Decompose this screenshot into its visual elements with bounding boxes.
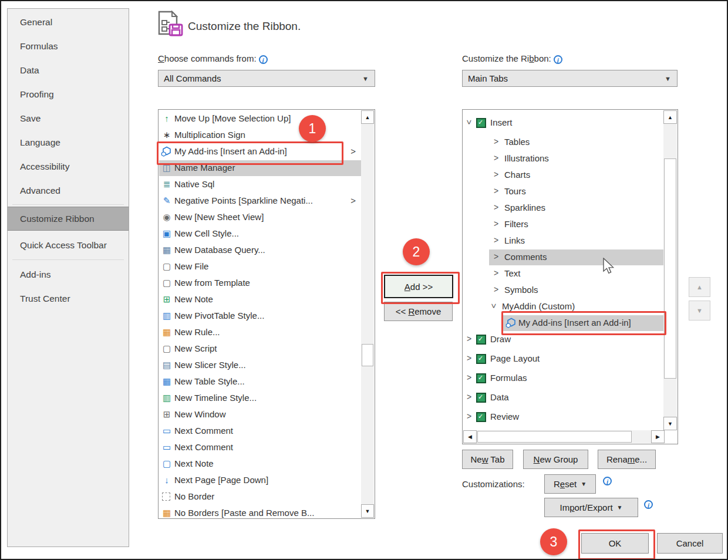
tab-checkbox[interactable] (476, 412, 486, 422)
tree-item[interactable]: >Review (463, 409, 665, 426)
tree-item[interactable]: >Charts (463, 167, 665, 184)
import-export-button[interactable]: Import/Export▼ (544, 498, 638, 517)
tree-item[interactable]: >Page Layout (463, 351, 665, 367)
command-item[interactable]: ▦New Database Query... (159, 242, 362, 259)
sidebar-item-advanced[interactable]: Advanced (8, 178, 129, 203)
command-item[interactable]: ⊞New Note (159, 292, 362, 308)
sidebar-item-trust-center[interactable]: Trust Center (8, 286, 129, 311)
tree-item[interactable]: >Comments (463, 249, 665, 266)
chevron-right-icon[interactable]: > (467, 392, 471, 402)
sidebar-item-language[interactable]: Language (8, 130, 129, 154)
move-tab-up-button[interactable]: ▲ (689, 277, 710, 297)
sidebar-item-customize-ribbon[interactable]: Customize Ribbon (8, 207, 129, 231)
info-icon[interactable]: i (644, 500, 653, 509)
sidebar-item-proofing[interactable]: Proofing (8, 82, 129, 106)
tree-item[interactable]: >Filters (463, 217, 665, 233)
sidebar-item-quick-access-toolbar[interactable]: Quick Access Toolbar (8, 233, 129, 257)
command-item[interactable]: ▣New Cell Style... (159, 226, 362, 242)
scroll-left-button[interactable]: ◀ (463, 430, 477, 443)
command-item[interactable]: ✎Negative Points [Sparkline Negati...> (159, 193, 362, 210)
command-item[interactable]: ▢New from Template (159, 275, 362, 292)
tree-item[interactable]: >Sparklines (463, 200, 665, 217)
sidebar-item-formulas[interactable]: Formulas (8, 34, 129, 58)
chevron-right-icon[interactable]: > (494, 137, 498, 146)
scroll-thumb[interactable] (362, 344, 373, 366)
command-item[interactable]: ▥New Timeline Style... (159, 390, 362, 407)
tree-item[interactable]: >Text (463, 266, 665, 282)
move-tab-down-button[interactable]: ▼ (689, 301, 710, 321)
command-item[interactable]: ▦No Borders [Paste and Remove B... (159, 505, 362, 518)
cancel-button[interactable]: Cancel (657, 533, 723, 554)
sidebar-item-save[interactable]: Save (8, 106, 129, 130)
chevron-right-icon[interactable]: > (494, 203, 498, 212)
scroll-right-button[interactable]: ▶ (651, 430, 665, 443)
tree-item[interactable]: >Draw (463, 332, 665, 348)
command-item[interactable]: ∗Multiplication Sign (159, 127, 362, 144)
reset-button[interactable]: Reset▼ (544, 474, 596, 494)
scroll-down-button[interactable]: ▼ (361, 504, 374, 518)
command-item[interactable]: ▭Next Comment (159, 423, 362, 440)
tree-item[interactable]: >Data (463, 390, 665, 406)
chevron-down-icon[interactable]: > (464, 120, 474, 124)
info-icon[interactable]: i (554, 55, 562, 64)
command-item[interactable]: ⊞New Window (159, 407, 362, 423)
command-item[interactable]: My Add-ins [Insert an Add-in]| > (159, 144, 362, 160)
chevron-right-icon[interactable]: > (467, 411, 471, 421)
command-item[interactable]: ◉New [New Sheet View] (159, 210, 362, 226)
command-item[interactable]: ▦New Table Style... (159, 374, 362, 390)
scroll-thumb[interactable] (664, 158, 676, 379)
chevron-right-icon[interactable]: > (494, 268, 498, 278)
chevron-right-icon[interactable]: > (494, 252, 498, 261)
sidebar-item-data[interactable]: Data (8, 58, 129, 82)
tree-item[interactable]: >Tours (463, 184, 665, 200)
choose-commands-dropdown[interactable]: All Commands ▼ (158, 70, 375, 87)
command-item[interactable]: ▥New PivotTable Style... (159, 308, 362, 325)
command-item[interactable]: ▢New Script (159, 341, 362, 357)
command-item[interactable]: ▢New File (159, 259, 362, 275)
commands-scrollbar[interactable]: ▲ ▼ (361, 110, 374, 518)
chevron-right-icon[interactable]: > (467, 373, 471, 382)
new-tab-button[interactable]: New Tab (462, 450, 513, 469)
chevron-right-icon[interactable]: > (494, 235, 498, 245)
tab-checkbox[interactable] (476, 373, 486, 383)
ok-button[interactable]: OK (581, 533, 649, 554)
tab-checkbox[interactable] (476, 393, 486, 403)
info-icon[interactable]: i (603, 477, 612, 485)
sidebar-item-add-ins[interactable]: Add-ins (8, 262, 129, 286)
customize-ribbon-dropdown[interactable]: Main Tabs ▼ (462, 70, 678, 87)
tree-vertical-scrollbar[interactable]: ▲ ▼ (663, 110, 677, 430)
command-item[interactable]: ▢Next Note (159, 456, 362, 473)
tree-item[interactable]: >Insert (463, 115, 665, 131)
scroll-up-button[interactable]: ▲ (361, 110, 374, 124)
command-item[interactable]: ≣Native Sql (159, 177, 362, 193)
chevron-right-icon[interactable]: > (494, 285, 498, 294)
tab-checkbox[interactable] (476, 335, 486, 345)
tree-item[interactable]: >Formulas (463, 370, 665, 387)
tree-item[interactable]: >Illustrations (463, 151, 665, 167)
tree-item[interactable]: My Add-ins [Insert an Add-in] (463, 315, 665, 332)
command-item[interactable]: No Border (159, 489, 362, 505)
new-group-button[interactable]: New Group (523, 450, 588, 469)
command-item[interactable]: ▦New Rule... (159, 325, 362, 341)
info-icon[interactable]: i (259, 55, 268, 64)
tree-item[interactable]: >Symbols (463, 282, 665, 299)
chevron-right-icon[interactable]: > (494, 186, 498, 195)
tab-checkbox[interactable] (476, 354, 486, 364)
command-item[interactable]: ↑Move Up [Move Selection Up] (159, 111, 362, 127)
scroll-up-button[interactable]: ▲ (663, 110, 677, 124)
sidebar-item-general[interactable]: General (8, 10, 129, 34)
chevron-right-icon[interactable]: > (494, 170, 498, 179)
tree-horizontal-scrollbar[interactable]: ◀ ▶ (463, 430, 665, 443)
add-button[interactable]: Add >> (384, 275, 453, 298)
chevron-right-icon[interactable]: > (467, 353, 471, 363)
command-item[interactable]: ▤New Slicer Style... (159, 357, 362, 374)
rename-button[interactable]: Rename... (598, 450, 656, 469)
command-item[interactable]: ↓Next Page [Page Down] (159, 473, 362, 489)
command-item[interactable]: ◫Name Manager (159, 160, 362, 177)
chevron-right-icon[interactable]: > (467, 334, 471, 343)
tree-item[interactable]: >MyAddin (Custom) (463, 299, 665, 315)
chevron-down-icon[interactable]: > (489, 303, 498, 308)
command-item[interactable]: ▭Next Comment (159, 440, 362, 456)
tab-checkbox[interactable] (476, 118, 486, 128)
tree-item[interactable]: >Links (463, 233, 665, 249)
